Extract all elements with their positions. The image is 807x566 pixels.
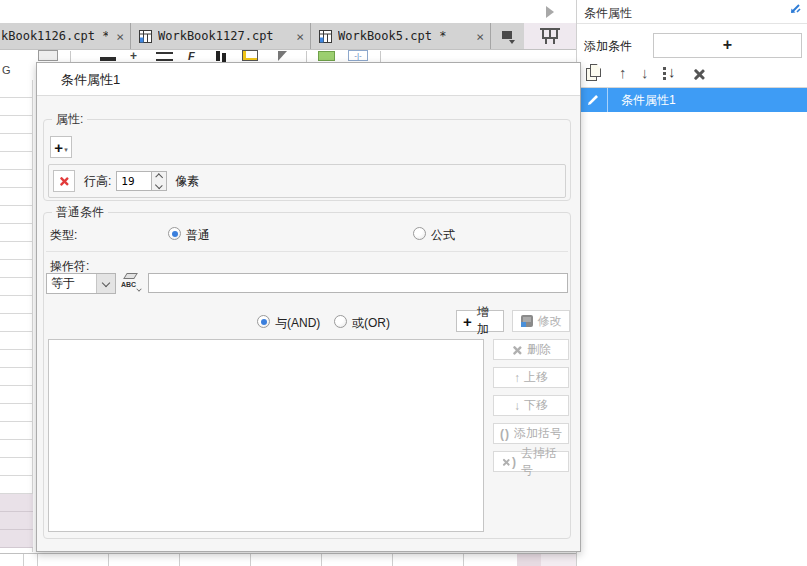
merge-cell-tool-icon[interactable]: -|-: [348, 50, 368, 61]
close-icon[interactable]: ×: [476, 30, 484, 43]
modify-condition-clause-button[interactable]: 修改: [512, 310, 570, 332]
condition-clause-list[interactable]: [48, 339, 484, 532]
column-header: G: [2, 64, 32, 76]
image-tool-icon[interactable]: [242, 50, 258, 61]
close-icon[interactable]: ×: [116, 30, 124, 43]
sheet-row-column[interactable]: [0, 80, 33, 552]
copy-icon[interactable]: [586, 64, 601, 84]
radio-type-formula-label[interactable]: 公式: [431, 227, 455, 244]
tab-overflow-icon: [500, 29, 517, 46]
designer-toolbar-strip: + F -|-: [0, 50, 576, 62]
condition-property-dialog: 条件属性1 属性: + ▾ 行高: 像素 普通条件 类型:: [36, 62, 581, 552]
tab-workbook1127[interactable]: WorkBook1127.cpt ×: [131, 23, 311, 49]
tab-label: kBook1126.cpt *: [1, 29, 108, 43]
radio-type-normal[interactable]: [168, 227, 181, 240]
add-condition-button[interactable]: +: [653, 33, 802, 58]
align-tool-icon[interactable]: [156, 52, 173, 61]
remove-parentheses-button[interactable]: ) 去掉括号: [493, 451, 569, 472]
add-parentheses-button[interactable]: () 添加括号: [493, 423, 569, 444]
radio-and[interactable]: [257, 315, 270, 328]
workbook-tab-bar: kBook1126.cpt * × WorkBook1127.cpt × W: [0, 23, 576, 50]
cell-color-tool-icon[interactable]: [318, 51, 335, 61]
condition-attributes-panel: 条件属性 添加条件 + ↑ ↓ ↓ 条: [576, 0, 807, 566]
remove-paren-label: 去掉括号: [521, 445, 562, 479]
panel-title: 条件属性: [584, 5, 632, 22]
move-up-icon: ↑: [514, 371, 520, 385]
radio-and-label[interactable]: 与(AND): [275, 315, 320, 332]
toolbar-divider: [380, 51, 381, 62]
condition-name: 条件属性1: [621, 92, 676, 109]
row-height-property-row: 行高: 像素: [48, 164, 566, 198]
delete-condition-icon[interactable]: [693, 67, 705, 83]
remove-property-button[interactable]: [53, 170, 75, 192]
modify-label: 修改: [538, 313, 562, 330]
stepper-down-icon[interactable]: [156, 181, 163, 188]
add-tool-icon[interactable]: +: [130, 52, 139, 61]
add-attribute-button[interactable]: + ▾: [50, 136, 72, 158]
logic-row: 与(AND) 或(OR) + 增加 修改: [44, 310, 570, 334]
grid-tool-icon[interactable]: [38, 50, 58, 61]
attribute-group: 属性: + ▾ 行高: 像素: [43, 119, 571, 201]
radio-or-label[interactable]: 或(OR): [352, 315, 390, 332]
delete-clause-button[interactable]: 删除: [493, 339, 569, 360]
eraser-icon: [123, 273, 138, 279]
operator-row: 等于 ABC: [46, 273, 568, 295]
cursor-tool-icon[interactable]: [278, 51, 287, 61]
normal-condition-group: 普通条件 类型: 普通 公式 操作符: 等于 ABC: [43, 212, 571, 539]
value-type-abc-button[interactable]: ABC: [120, 271, 145, 296]
report-grid-icon: [139, 30, 152, 43]
chevron-down-icon[interactable]: [96, 274, 115, 293]
divider: [46, 251, 568, 252]
move-up-label: 上移: [524, 369, 548, 386]
add-condition-clause-button[interactable]: + 增加: [456, 310, 504, 332]
condition-list-toolbar: ↑ ↓ ↓: [577, 60, 807, 87]
move-up-clause-button[interactable]: ↑ 上移: [493, 367, 569, 388]
caret-down-icon: [136, 286, 141, 291]
row-height-input[interactable]: [116, 171, 152, 191]
selected-cell[interactable]: [541, 554, 580, 566]
tab-workbook1126[interactable]: kBook1126.cpt * ×: [0, 23, 131, 49]
divider: [577, 23, 807, 24]
selected-region-cells[interactable]: [0, 494, 33, 548]
operator-select[interactable]: 等于: [46, 273, 116, 294]
attribute-group-legend: 属性:: [52, 111, 87, 128]
edit-pencil-icon[interactable]: [578, 88, 608, 112]
row-height-label: 行高:: [84, 173, 111, 190]
stepper-up-icon[interactable]: [156, 174, 163, 181]
move-up-icon[interactable]: ↑: [619, 65, 627, 81]
tab-label: WorkBook5.cpt *: [338, 29, 468, 43]
abc-label: ABC: [121, 281, 136, 288]
chart-tool-icon[interactable]: [216, 51, 220, 61]
dock-pin-icon[interactable]: [788, 3, 801, 19]
remove-parentheses-icon: ): [500, 455, 517, 469]
app-root: kBook1126.cpt * × WorkBook1127.cpt × W: [0, 0, 807, 566]
row-height-stepper[interactable]: [152, 171, 167, 191]
move-to-bottom-icon[interactable]: ↓: [662, 65, 682, 84]
move-down-icon[interactable]: ↓: [641, 65, 649, 81]
unit-label: 像素: [175, 173, 199, 190]
sheet-bottom-row[interactable]: [0, 553, 582, 566]
tab-workbook5[interactable]: WorkBook5.cpt * ×: [311, 23, 491, 49]
plus-icon: +: [463, 314, 472, 329]
tab-list-menu-button[interactable]: [491, 23, 524, 49]
condition-value-input[interactable]: [148, 273, 568, 293]
play-icon[interactable]: [546, 6, 554, 18]
selected-cell[interactable]: [517, 554, 541, 566]
formula-tool-icon[interactable]: F: [188, 50, 202, 61]
top-strip: [0, 0, 576, 23]
add-label: 增加: [477, 304, 497, 338]
add-condition-label: 添加条件: [584, 38, 632, 55]
operator-value: 等于: [47, 274, 96, 293]
border-tool-icon[interactable]: [100, 57, 116, 61]
move-down-clause-button[interactable]: ↓ 下移: [493, 395, 569, 416]
radio-or[interactable]: [334, 315, 347, 328]
report-view-switcher[interactable]: [524, 23, 576, 49]
delete-label: 删除: [527, 341, 551, 358]
radio-type-formula[interactable]: [413, 227, 426, 240]
radio-type-normal-label[interactable]: 普通: [186, 227, 210, 244]
close-icon[interactable]: ×: [296, 30, 304, 43]
modify-icon: [521, 315, 533, 327]
toolbar-divider: [306, 51, 307, 62]
condition-list-item-selected[interactable]: 条件属性1: [578, 88, 807, 112]
tab-label: WorkBook1127.cpt: [158, 29, 288, 43]
